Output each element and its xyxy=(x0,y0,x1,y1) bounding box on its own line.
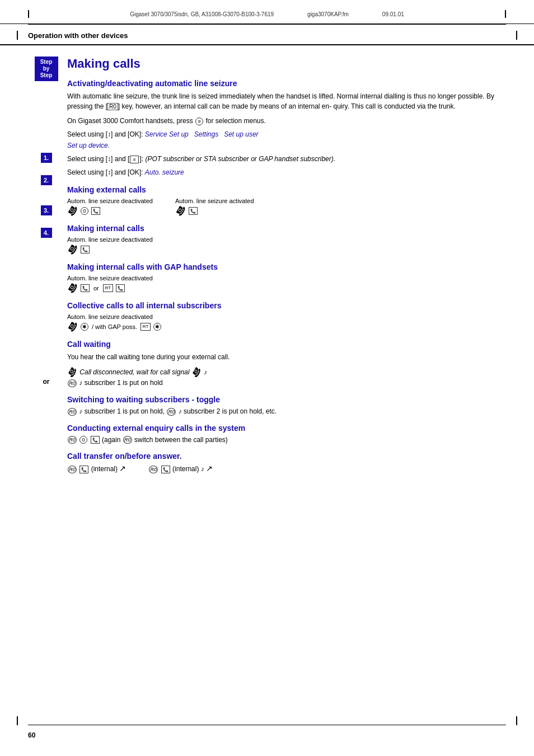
external-calls-diagrams: Autom. line seizure deactivated ☎ 0 📞 Au… xyxy=(67,198,506,216)
phone-box-1: 📞 xyxy=(91,207,100,215)
R0-badge: R0 xyxy=(68,379,77,387)
step-num-4: 4. xyxy=(41,228,52,238)
internal-deactivated-label: Autom. line seizure deactivated xyxy=(67,236,506,243)
section-call-waiting-title: Call waiting xyxy=(67,340,506,349)
left-pipe-top xyxy=(28,10,29,18)
bottom-rule xyxy=(28,725,506,725)
menu-icon: ≡ xyxy=(195,118,203,125)
enquiry-circle: 0 xyxy=(79,436,87,444)
R0-badge-4: R0 xyxy=(68,436,77,444)
step-num-2: 2. xyxy=(41,175,52,185)
R0-badge-5: R0 xyxy=(123,436,132,444)
page-title: Making calls xyxy=(67,57,506,71)
or-text-gap: or xyxy=(93,285,99,292)
handset-icon-5: ☎ xyxy=(65,319,80,334)
internal-calls-icons: ☎ 📞 xyxy=(67,244,506,255)
R0-badge-6: R0 xyxy=(68,466,77,473)
call-waiting-line2: R0 ♪ subscriber 1 is put on hold xyxy=(67,379,506,387)
section-internal-calls-title: Making internal calls xyxy=(67,224,506,233)
step-1-text: On Gigaset 3000 Comfort handsets, press … xyxy=(67,116,506,126)
set-up-user-link[interactable]: Set up user xyxy=(224,130,258,138)
section-transfer-title: Call transfer on/before answer. xyxy=(67,452,506,461)
vbar-left-bottom xyxy=(17,716,18,725)
section-gap-title: Making internal calls with GAP handsets xyxy=(67,262,506,271)
transfer-item-2: R0 📞 (internal) ♪ ↗ xyxy=(148,464,213,473)
ext-deactivated: Autom. line seizure deactivated ☎ 0 📞 xyxy=(67,198,153,216)
section-external-calls-title: Making external calls xyxy=(67,185,506,194)
badge-line2: by xyxy=(38,65,55,72)
meta-info: Gigaset 3070/3075isdn, GB, A31008-G3070-… xyxy=(130,11,404,17)
step-2-text: Select using [↕] and [OK]: Service Set u… xyxy=(67,129,506,139)
step-badge-column: Step by Step 1. 2. 3. 4. or xyxy=(28,57,64,479)
call-waiting-italic: ☎ Call disconnected, wait for call signa… xyxy=(67,368,207,376)
meta-filename: giga3070KAP.fm xyxy=(307,11,349,17)
or-label: or xyxy=(43,378,50,386)
step-4-text: Select using [↕] and [OK]: Auto. seizure xyxy=(67,167,506,177)
step-3-italic: (POT subscriber or STA subscriber or GAP… xyxy=(145,155,335,163)
badge-line1: Step xyxy=(38,59,55,65)
R0-badge-7: R0 xyxy=(149,466,158,473)
star-circle-2: ✱ xyxy=(153,323,161,331)
handset-icon-1: ☎ xyxy=(65,203,80,218)
phone-box-3: 📞 xyxy=(81,246,90,253)
step-by-step-badge: Step by Step xyxy=(35,57,58,81)
meta-bar: Gigaset 3070/3075isdn, GB, A31008-G3070-… xyxy=(0,0,534,24)
service-set-up-link[interactable]: Service Set up xyxy=(145,130,189,138)
switching-body: R0 ♪ subscriber 1 is put on hold, R0 ♪ s… xyxy=(67,407,506,416)
vbar-right-bottom xyxy=(516,716,517,725)
content-area: Step by Step 1. 2. 3. 4. or Making calls xyxy=(0,45,534,490)
ext-deactivated-icons: ☎ 0 📞 xyxy=(67,205,153,216)
enquiry-box: 📞 xyxy=(91,436,100,444)
collective-deactivated-label: Autom. line seizure deactivated xyxy=(67,313,506,320)
enquiry-body: R0 0 📞 (again R0 switch between the call… xyxy=(67,436,506,444)
step-num-1: 1. xyxy=(41,153,52,163)
section-enquiry-title: Conducting external enquiry calls in the… xyxy=(67,424,506,433)
phone-box-2: 📞 xyxy=(189,207,198,215)
rt-box-2: RT xyxy=(140,323,151,331)
set-up-device-anchor[interactable]: Set up device. xyxy=(67,142,110,149)
transfer-item-1: R0 📞 (internal) ↗ xyxy=(67,464,126,473)
set-up-device-link: Set up device. xyxy=(67,140,506,151)
star-circle: ✱ xyxy=(81,323,88,331)
transfer-box-1: 📞 xyxy=(79,466,88,473)
page: Gigaset 3070/3075isdn, GB, A31008-G3070-… xyxy=(0,0,534,756)
collective-icons: ☎ ✱ / with GAP poss. RT ✱ xyxy=(67,321,506,332)
meta-doc-id: Gigaset 3070/3075isdn, GB, A31008-G3070-… xyxy=(130,11,274,17)
step-3-text: Select using [↕] and [≡]: (POT subscribe… xyxy=(67,154,506,164)
main-content: Making calls Activating/deactivating aut… xyxy=(64,57,506,479)
right-pipe-top xyxy=(505,10,506,18)
phone-box-4: 📞 xyxy=(81,284,90,292)
settings-link[interactable]: Settings xyxy=(194,130,218,138)
section-header: Operation with other devices xyxy=(0,25,534,45)
call-waiting-line1: ☎ Call disconnected, wait for call signa… xyxy=(67,367,506,377)
section-header-text: Operation with other devices xyxy=(28,31,128,40)
handset-icon-4: ☎ xyxy=(65,280,80,295)
section-auto-line-title: Activating/deactivating automatic line s… xyxy=(67,79,506,88)
step-num-3: 3. xyxy=(41,205,52,215)
vbar-right-top xyxy=(516,31,517,40)
transfer-arrow-1: ↗ xyxy=(119,464,126,473)
handset-icon-3: ☎ xyxy=(65,242,80,257)
transfer-arrow-2: ↗ xyxy=(206,464,213,473)
with-gap-text: / with GAP poss. xyxy=(92,323,137,330)
page-number: 60 xyxy=(28,731,35,739)
vbar-left-top xyxy=(17,31,18,40)
R0-badge-3: R0 xyxy=(167,408,176,416)
ext-activated-label: Autom. line seizure activated xyxy=(175,198,254,204)
auto-line-body: With automatic line seizure, the trunk l… xyxy=(67,91,506,111)
R0-key-ref: R0 xyxy=(107,103,118,110)
circle-icon-1: 0 xyxy=(81,207,88,215)
section-switching-title: Switching to waiting subscribers - toggl… xyxy=(67,395,506,404)
call-waiting-body: You hear the call waiting tone during yo… xyxy=(67,352,506,362)
handset-icon-7: ☎ xyxy=(190,364,204,378)
list-icon: ≡ xyxy=(130,156,139,163)
step-numbers-col: 1. 2. 3. 4. xyxy=(41,153,52,238)
auto-seizure-link[interactable]: Auto. seizure xyxy=(145,168,184,176)
rt-box: RT xyxy=(103,284,113,292)
ext-activated-icons: ☎ 📞 xyxy=(175,205,254,216)
transfer-box-2: 📞 xyxy=(161,466,170,473)
section-collective-title: Collective calls to all internal subscri… xyxy=(67,301,506,310)
gap-deactivated-label: Autom. line seizure deactivated xyxy=(67,275,506,281)
handset-icon-6: ☎ xyxy=(65,364,79,378)
transfer-diagrams: R0 📞 (internal) ↗ R0 📞 (internal) ♪ ↗ xyxy=(67,464,506,473)
